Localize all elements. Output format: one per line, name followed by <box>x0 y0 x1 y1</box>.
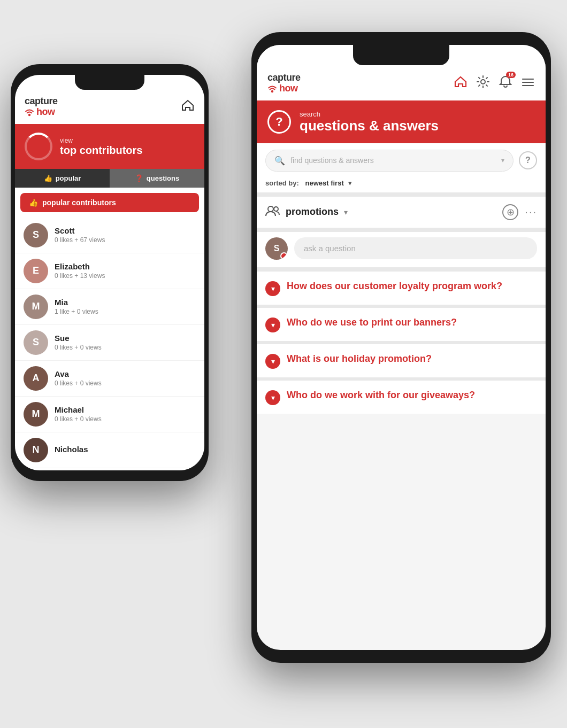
help-button[interactable]: ? <box>519 151 537 169</box>
list-item[interactable]: A Ava 0 likes + 0 views <box>15 361 204 397</box>
tab-popular-label: popular <box>56 174 81 182</box>
contributor-list: S Scott 0 likes + 67 views E Elizabeth 0… <box>15 218 204 470</box>
front-logo-wifi-icon <box>267 84 277 94</box>
contributor-stats: 0 likes + 0 views <box>55 344 196 351</box>
sort-label: sorted by: <box>265 179 299 187</box>
list-item[interactable]: S Scott 0 likes + 67 views <box>15 218 204 253</box>
contributor-stats: 1 like + 0 views <box>55 308 196 315</box>
avatar: E <box>24 259 48 283</box>
contributor-info: Scott 0 likes + 67 views <box>55 226 196 244</box>
contributor-info: Sue 0 likes + 0 views <box>55 334 196 351</box>
front-phone-screen: capture how <box>257 45 546 650</box>
back-phone: capture how <box>11 64 209 481</box>
avatar: A <box>24 366 48 391</box>
tab-questions[interactable]: ❓ questions <box>110 169 204 188</box>
thumb-icon: 👍 <box>44 174 52 182</box>
sort-chevron-icon[interactable]: ▾ <box>348 179 352 187</box>
back-logo: capture how <box>25 96 58 118</box>
list-item[interactable]: S Sue 0 likes + 0 views <box>15 325 204 361</box>
group-header-left: promotions ▾ <box>265 205 348 219</box>
search-chevron-icon: ▾ <box>501 157 504 164</box>
contributor-name: Scott <box>55 226 196 235</box>
q-chevron-icon-4: ▾ <box>265 390 280 405</box>
popular-section-label: popular contributors <box>42 198 116 207</box>
add-button[interactable]: ⊕ <box>502 204 518 220</box>
avatar-placeholder: A <box>24 366 48 391</box>
contributor-name: Sue <box>55 334 196 343</box>
logo-capture-text: capture <box>25 96 58 107</box>
contributor-stats: 0 likes + 0 views <box>55 415 196 423</box>
back-hero: view top contributors <box>15 124 204 169</box>
contributor-name: Ava <box>55 369 196 378</box>
home-icon[interactable] <box>454 75 468 91</box>
group-chevron-icon[interactable]: ▾ <box>344 208 348 216</box>
q-chevron-icon-2: ▾ <box>265 317 280 332</box>
group-name-text: promotions <box>286 206 339 218</box>
back-hero-sub: view <box>60 137 142 144</box>
search-placeholder-text: find questions & answers <box>290 156 496 165</box>
avatar-placeholder: S <box>24 223 48 247</box>
front-hero-title: questions & answers <box>300 118 439 134</box>
back-notch <box>75 75 144 90</box>
question-item-4[interactable]: ▾ Who do we work with for our giveaways? <box>257 381 546 414</box>
contributor-info: Mia 1 like + 0 views <box>55 298 196 315</box>
list-item[interactable]: N Nicholas <box>15 432 204 468</box>
search-bar-wrap: 🔍 find questions & answers ▾ ? <box>257 143 546 176</box>
question-item-3[interactable]: ▾ What is our holiday promotion? <box>257 344 546 377</box>
avatar: N <box>24 438 48 462</box>
tab-popular[interactable]: 👍 popular <box>15 169 110 188</box>
contributor-info: Nicholas <box>55 445 196 455</box>
avatar-placeholder: E <box>24 259 48 283</box>
ask-question-input[interactable]: ask a question <box>294 237 537 259</box>
avatar: M <box>24 402 48 427</box>
notification-icon[interactable]: 16 <box>499 75 512 92</box>
sort-value: newest first <box>305 179 343 187</box>
front-notch <box>353 45 449 65</box>
question-item-2[interactable]: ▾ Who do we use to print our banners? <box>257 308 546 341</box>
current-user-avatar: S <box>265 237 288 260</box>
group-users-icon <box>265 205 280 219</box>
avatar: S <box>24 223 48 247</box>
settings-icon[interactable] <box>476 75 490 92</box>
ask-row: S ask a question <box>257 232 546 267</box>
question-text-2: Who do we use to print our banners? <box>287 316 537 329</box>
back-home-icon[interactable] <box>181 99 195 115</box>
svg-point-2 <box>481 80 485 84</box>
question-text-4: Who do we work with for our giveaways? <box>287 389 537 401</box>
front-phone: capture how <box>251 32 551 663</box>
front-logo-how: how <box>267 83 301 94</box>
question-tab-icon: ❓ <box>135 174 143 182</box>
avatar: M <box>24 295 48 319</box>
section-divider-3 <box>257 267 546 272</box>
back-section-header: 👍 popular contributors <box>20 193 199 212</box>
contributor-name: Elizabeth <box>55 262 196 271</box>
section-divider <box>257 192 546 197</box>
menu-icon[interactable] <box>521 76 535 91</box>
search-bar[interactable]: 🔍 find questions & answers ▾ <box>265 150 514 172</box>
contributor-name: Nicholas <box>55 445 196 454</box>
question-item-1[interactable]: ▾ How does our customer loyalty program … <box>257 272 546 305</box>
list-item[interactable]: M Mia 1 like + 0 views <box>15 289 204 325</box>
svg-point-3 <box>268 206 273 212</box>
list-item[interactable]: E Elizabeth 0 likes + 13 views <box>15 253 204 289</box>
contributor-name: Michael <box>55 405 196 414</box>
front-content: capture how <box>257 45 546 650</box>
more-options-button[interactable]: ··· <box>525 206 537 218</box>
svg-point-4 <box>274 207 278 211</box>
front-hero-sub: search <box>300 110 439 118</box>
logo-how-text: how <box>25 107 58 118</box>
popular-thumb-icon: 👍 <box>29 198 38 207</box>
avatar-placeholder: M <box>24 295 48 319</box>
front-hero: ? search questions & answers <box>257 100 546 143</box>
group-header: promotions ▾ ⊕ ··· <box>257 197 546 228</box>
spinner-icon <box>25 133 52 160</box>
logo-wifi-icon <box>25 107 34 117</box>
list-item[interactable]: M Michael 0 likes + 0 views <box>15 397 204 432</box>
tab-questions-label: questions <box>147 174 179 182</box>
avatar: S <box>24 330 48 355</box>
contributor-stats: 0 likes + 13 views <box>55 272 196 280</box>
back-hero-title: top contributors <box>60 144 142 156</box>
question-text-1: How does our customer loyalty program wo… <box>287 280 537 292</box>
group-header-right: ⊕ ··· <box>502 204 537 220</box>
contributor-info: Michael 0 likes + 0 views <box>55 405 196 423</box>
